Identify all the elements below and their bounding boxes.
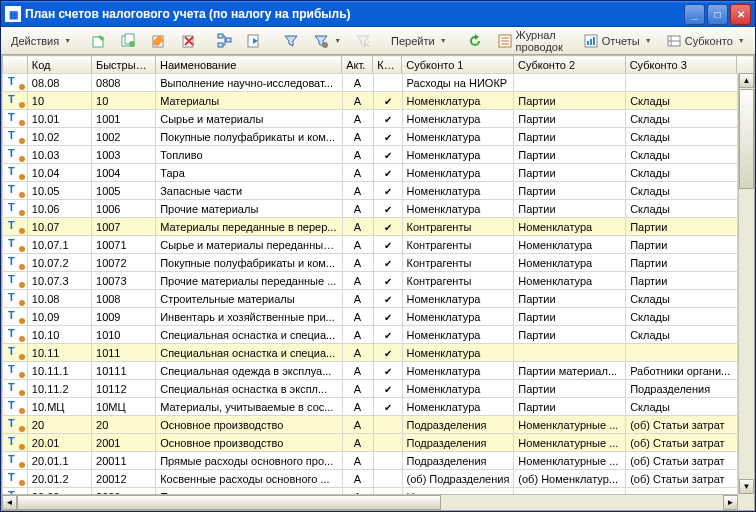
cell-kod: 10.09: [27, 308, 91, 326]
cell-sub3: Склады: [626, 398, 738, 416]
goto-label: Перейти: [391, 35, 435, 47]
scroll-up-button[interactable]: ▲: [739, 73, 754, 88]
edit-icon: [151, 33, 167, 49]
table-row[interactable]: 10.07.110071Сырье и материалы переданные…: [3, 236, 738, 254]
window-title: План счетов налогового учета (по налогу …: [25, 7, 684, 21]
table-row[interactable]: 10.041004ТараА✔НоменклатураПартииСклады: [3, 164, 738, 182]
col-header-kod[interactable]: Код: [27, 56, 91, 74]
table-row[interactable]: 10.011001Сырье и материалыА✔Номенклатура…: [3, 110, 738, 128]
cell-kol: ✔: [373, 164, 402, 182]
cell-akt: А: [342, 128, 373, 146]
col-header-akt[interactable]: Акт.: [342, 56, 373, 74]
scroll-right-button[interactable]: ►: [723, 495, 738, 510]
scroll-left-button[interactable]: ◄: [2, 495, 17, 510]
delete-button[interactable]: [175, 30, 203, 52]
cell-akt: А: [342, 344, 373, 362]
col-header-name[interactable]: Наименование: [156, 56, 342, 74]
table-row[interactable]: 10.081008Строительные материалыА✔Номенкл…: [3, 290, 738, 308]
cell-kod: 10.07.1: [27, 236, 91, 254]
table-row[interactable]: 10.031003ТопливоА✔НоменклатураПартииСкла…: [3, 146, 738, 164]
scroll-down-button[interactable]: ▼: [739, 479, 754, 494]
cell-kol: ✔: [373, 290, 402, 308]
scroll-thumb-h[interactable]: [17, 495, 441, 510]
cell-sub2: Партии: [514, 326, 626, 344]
actions-menu[interactable]: Действия▼: [5, 30, 77, 52]
cell-akt: А: [342, 146, 373, 164]
table-row[interactable]: 10.111011Специальная оснастка и специа..…: [3, 344, 738, 362]
journal-button[interactable]: Журнал проводок: [491, 30, 569, 52]
goto-menu[interactable]: Перейти▼: [385, 30, 453, 52]
refresh-button[interactable]: [461, 30, 489, 52]
cell-sub3: Склады: [626, 326, 738, 344]
cell-sub2: Партии: [514, 164, 626, 182]
table-row[interactable]: 10.11.210112Специальная оснастка в экспл…: [3, 380, 738, 398]
journal-label: Журнал проводок: [516, 29, 563, 53]
cell-akt: А: [342, 290, 373, 308]
maximize-button[interactable]: □: [707, 4, 728, 25]
col-header-sub1[interactable]: Субконто 1: [402, 56, 514, 74]
cell-sub3: (об) Статьи затрат: [626, 434, 738, 452]
add-button[interactable]: [85, 30, 113, 52]
table-row[interactable]: 20.01.120011Прямые расходы основного про…: [3, 452, 738, 470]
grid-body: 08.080808Выполнение научно-исследоват...…: [2, 73, 738, 494]
cell-name: Материалы переданные в перер...: [156, 218, 342, 236]
row-type-icon: [3, 272, 28, 290]
cell-name: Специальная оснастка в экспл...: [156, 380, 342, 398]
cell-kol: ✔: [373, 254, 402, 272]
scroll-thumb-v[interactable]: [739, 89, 754, 189]
cell-sub3: Работники органи...: [626, 362, 738, 380]
cell-name: Специальная оснастка и специа...: [156, 326, 342, 344]
col-header-sub2[interactable]: Субконто 2: [513, 56, 625, 74]
cell-akt: А: [342, 398, 373, 416]
cell-sub3: (об) Статьи затрат: [626, 452, 738, 470]
col-header-icon[interactable]: [3, 56, 28, 74]
cell-fast: 1002: [92, 128, 156, 146]
table-row[interactable]: 2020Основное производствоАПодразделенияН…: [3, 416, 738, 434]
cell-sub2: Партии: [514, 110, 626, 128]
close-button[interactable]: ✕: [730, 4, 751, 25]
table-row[interactable]: 1010МатериалыА✔НоменклатураПартииСклады: [3, 92, 738, 110]
cell-sub1: Подразделения: [402, 416, 514, 434]
horizontal-scrollbar[interactable]: ◄ ►: [2, 494, 738, 510]
table-row[interactable]: 10.071007Материалы переданные в перер...…: [3, 218, 738, 236]
cell-sub2: Номенклатурные ...: [514, 434, 626, 452]
subkonto-menu[interactable]: Субконто▼: [660, 30, 751, 52]
table-row[interactable]: 10.021002Покупные полуфабрикаты и ком...…: [3, 128, 738, 146]
move-button[interactable]: [241, 30, 269, 52]
add-copy-button[interactable]: [115, 30, 143, 52]
edit-button[interactable]: [145, 30, 173, 52]
reports-menu[interactable]: Отчеты▼: [577, 30, 658, 52]
vertical-scrollbar[interactable]: ▲ ▼: [738, 73, 754, 494]
row-type-icon: [3, 236, 28, 254]
table-row[interactable]: 10.07.310073Прочие материалы переданные …: [3, 272, 738, 290]
cell-sub3: Склады: [626, 200, 738, 218]
table-row[interactable]: 10.101010Специальная оснастка и специа..…: [3, 326, 738, 344]
table-row[interactable]: 10.11.110111Специальная одежда в эксплуа…: [3, 362, 738, 380]
table-row[interactable]: 20.012001Основное производствоАПодраздел…: [3, 434, 738, 452]
chevron-down-icon: ▼: [440, 37, 447, 44]
cell-kol: ✔: [373, 380, 402, 398]
filter-clear-button[interactable]: [349, 30, 377, 52]
cell-akt: А: [342, 74, 373, 92]
col-header-kol[interactable]: Кол.: [373, 56, 402, 74]
cell-kol: ✔: [373, 362, 402, 380]
table-row[interactable]: 10.091009Инвентарь и хозяйственные при..…: [3, 308, 738, 326]
table-row[interactable]: 10.07.210072Покупные полуфабрикаты и ком…: [3, 254, 738, 272]
journal-icon: [497, 33, 513, 49]
table-row[interactable]: 10.МЦ10МЦМатериалы, учитываемые в сос...…: [3, 398, 738, 416]
hierarchy-button[interactable]: [211, 30, 239, 52]
col-header-sub3[interactable]: Субконто 3: [625, 56, 737, 74]
filter-button[interactable]: [277, 30, 305, 52]
table-row[interactable]: 10.061006Прочие материалыА✔НоменклатураП…: [3, 200, 738, 218]
filter-settings-icon: [313, 33, 329, 49]
table-row[interactable]: 20.01.220012Косвенные расходы основного …: [3, 470, 738, 488]
table-row[interactable]: 10.051005Запасные частиА✔НоменклатураПар…: [3, 182, 738, 200]
cell-fast: 1008: [92, 290, 156, 308]
cell-sub1: Подразделения: [402, 434, 514, 452]
cell-sub3: [626, 74, 738, 92]
table-row[interactable]: 08.080808Выполнение научно-исследоват...…: [3, 74, 738, 92]
col-header-fast[interactable]: Быстрый ...: [91, 56, 155, 74]
minimize-button[interactable]: _: [684, 4, 705, 25]
filter-dropdown[interactable]: ▼: [307, 30, 347, 52]
cell-sub1: Номенклатура: [402, 128, 514, 146]
